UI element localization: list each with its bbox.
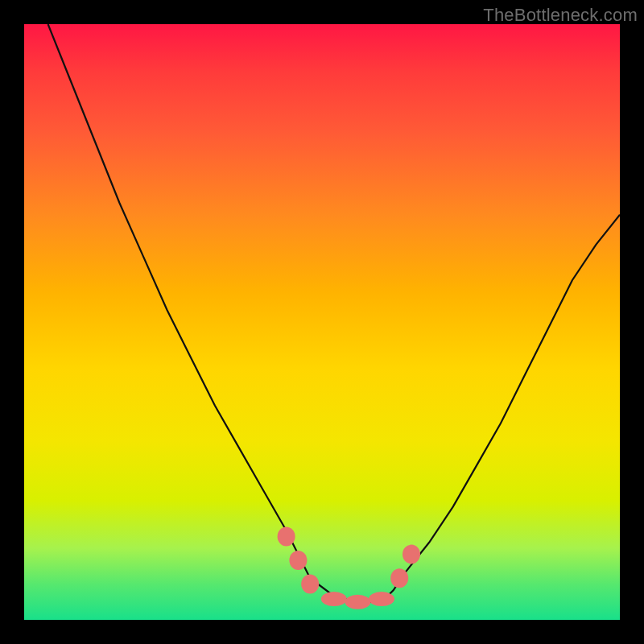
plot-area bbox=[24, 24, 620, 620]
marker-blob bbox=[301, 575, 319, 594]
marker-blob bbox=[402, 545, 420, 564]
watermark-text: TheBottleneck.com bbox=[483, 5, 638, 26]
curve-svg bbox=[24, 24, 620, 620]
bottleneck-curve bbox=[48, 24, 620, 602]
chart-frame: TheBottleneck.com bbox=[0, 0, 644, 644]
marker-blob bbox=[390, 568, 408, 588]
marker-blob bbox=[321, 592, 347, 606]
marker-blob bbox=[369, 592, 394, 606]
marker-blob bbox=[345, 595, 370, 609]
marker-group bbox=[278, 526, 420, 609]
marker-blob bbox=[278, 526, 295, 546]
marker-blob bbox=[289, 551, 307, 570]
